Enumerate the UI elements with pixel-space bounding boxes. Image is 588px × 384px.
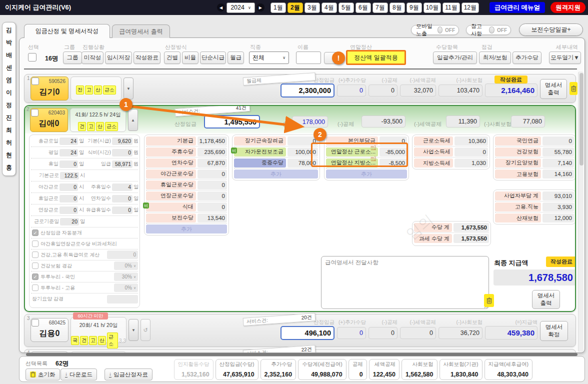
work-value[interactable]: 24 [60,138,78,145]
pay-item-value[interactable]: 0 [198,180,227,190]
work-value[interactable]: 4 [112,184,132,191]
sidebar-letter[interactable]: 배 [2,49,16,62]
reset-button[interactable]: 초기화 [26,368,60,380]
wage-input[interactable]: 496,100 [280,326,334,340]
method-percase-button[interactable]: 건별 [164,52,180,64]
work-value[interactable]: 0 [112,206,132,214]
prev-year-button[interactable]: ◀ [217,4,225,12]
deduction-value[interactable]: -85,000 [380,148,407,156]
filter-complete-button[interactable]: 작성완료 [134,52,160,64]
work-value[interactable]: 0 [60,184,78,191]
method-hourly-button[interactable]: 단순시급 [200,52,226,64]
employee-row[interactable]: 1 590526 김기0 전 고 산 근소 ▼ 월급제 산정임금 (+)추가수당… [24,74,576,103]
deduction-value[interactable]: -8,500 [380,158,407,168]
option-input[interactable]: 0 [107,250,138,259]
collapse-row-button[interactable]: ▲ [128,109,138,131]
sidebar-letter[interactable]: 허 [2,136,16,149]
confirm-payslip-button[interactable]: 명세서 확정 [540,321,568,341]
month-button-3[interactable]: 3월 [304,2,320,13]
filter-unwritten-button[interactable]: 미작성 [82,52,104,64]
work-value[interactable]: 20 [60,218,79,226]
row-checkbox[interactable] [32,319,39,326]
work-value[interactable]: 0 [112,195,132,202]
month-button-9[interactable]: 9월 [406,2,422,13]
month-button-8[interactable]: 8월 [390,2,405,13]
vertical-scrollbar-thumb[interactable] [580,73,584,166]
work-value[interactable]: 0 [112,149,132,156]
month-button-12[interactable]: 12월 [462,2,479,13]
month-button-11[interactable]: 11월 [442,2,460,13]
delete-row-button[interactable] [484,294,494,307]
yearend-bulk-apply-button[interactable]: 정산액 일괄적용 [346,50,406,65]
sidebar-letter[interactable]: 염 [2,74,16,86]
select-all-checkbox[interactable] [28,53,36,62]
allowance-value[interactable]: 100,000 [288,148,318,156]
method-monthly-button[interactable]: 월급 [228,52,244,64]
year-select[interactable]: 2024∨ [226,2,255,13]
option-select[interactable]: 30%∨ [114,272,138,281]
month-button-4[interactable]: 4월 [322,2,337,13]
print-payslip-button[interactable]: 명세서 출력 [540,79,567,99]
pay-item-value[interactable]: 235,690 [198,148,227,156]
month-button-1[interactable]: 1월 [270,2,286,13]
pay-item-value[interactable]: 67,870 [198,158,227,168]
memo-icon[interactable]: m) [371,156,376,161]
tab-wage-calculation[interactable]: 임금산정 및 명세서작성 [24,24,110,38]
month-button-7[interactable]: 7월 [372,2,388,13]
name-search-input[interactable] [296,52,321,64]
wage-data-download-button[interactable]: ↓ 임금산정자료 [104,368,152,380]
month-button-2[interactable]: 2월 [288,2,303,13]
payslip-memo-textarea[interactable] [321,256,489,309]
pay-item-value[interactable]: 13,540 [198,214,227,222]
option-input[interactable] [107,295,138,304]
remote-support-button[interactable]: 원격지원 [550,2,586,13]
sidebar-letter[interactable]: 최 [2,124,16,136]
pay-item-value[interactable]: 0 [198,192,227,200]
add-allowance-button[interactable]: 추가 [146,224,227,234]
pay-item-value[interactable]: 1,178,450 [198,136,227,146]
extra-allowance-value[interactable]: 178,000 [292,116,328,128]
row-checkbox[interactable] [32,78,39,85]
month-button-10[interactable]: 10월 [424,2,441,13]
pay-item-value[interactable]: 0 [198,202,227,212]
work-value[interactable]: 0 [60,195,78,202]
row-checkbox[interactable] [31,109,38,116]
tab-payslip-print[interactable]: 급여명세서 출력 [112,24,170,38]
option-checkbox[interactable] [32,284,38,291]
sidebar-letter[interactable]: 진 [2,112,16,124]
print-payslip-button[interactable]: 명세서 출력 [532,290,560,309]
work-value[interactable]: 0 [60,206,78,214]
expand-all-button[interactable]: 모두열기▼ [549,52,581,64]
pay-item-value[interactable]: 0 [198,170,227,178]
delete-row-button[interactable] [570,82,578,95]
next-year-button[interactable]: ▶ [256,4,264,12]
sidebar-letter[interactable]: 현 [2,149,16,162]
sidebar-letter[interactable]: 이 [2,86,16,99]
extra-allowance-value[interactable]: 0 [337,327,366,339]
extra-allowance-value[interactable]: 0 [337,84,366,96]
option-checkbox[interactable] [32,262,38,269]
employee-row[interactable]: 3 60시간 미만 680425 김용0 20회/ 41 h/ 20일 국 건 … [24,314,576,347]
option-checkbox[interactable]: ✓ [32,274,38,280]
filter-draft-button[interactable]: 임시저장 [105,52,132,64]
refresh-button[interactable]: ↺ [140,319,150,341]
add-allowance-button[interactable]: 추가 [234,170,318,178]
download-button[interactable]: ↓ 다운로드 [60,368,97,380]
work-value[interactable]: 24 [60,149,78,156]
manual-button[interactable]: 급여관리 메뉴얼 [490,2,545,13]
vertical-scrollbar-track[interactable] [578,72,584,352]
month-button-6[interactable]: 6월 [356,2,371,13]
option-checkbox[interactable]: ✓ [32,230,38,236]
memo-icon[interactable]: m) [371,144,376,150]
check-minimum-insurance-button[interactable]: 최저/보험 [479,52,511,64]
deduction-value[interactable]: 0 [380,136,407,146]
work-value[interactable]: 9,620 [112,138,132,145]
option-checkbox[interactable] [32,240,38,247]
option-select[interactable]: 0%∨ [114,284,138,292]
sidebar-letter[interactable]: 센 [2,62,16,74]
supplement-allowance-bulk-button[interactable]: 보전수당일괄+ [519,24,583,36]
add-deduction-button[interactable]: 추가 [326,170,407,178]
check-extra-allowance-button[interactable]: 추가수당 [512,52,542,64]
option-select[interactable]: 0%∨ [114,262,138,270]
sidebar-letter[interactable]: 정 [2,99,16,112]
